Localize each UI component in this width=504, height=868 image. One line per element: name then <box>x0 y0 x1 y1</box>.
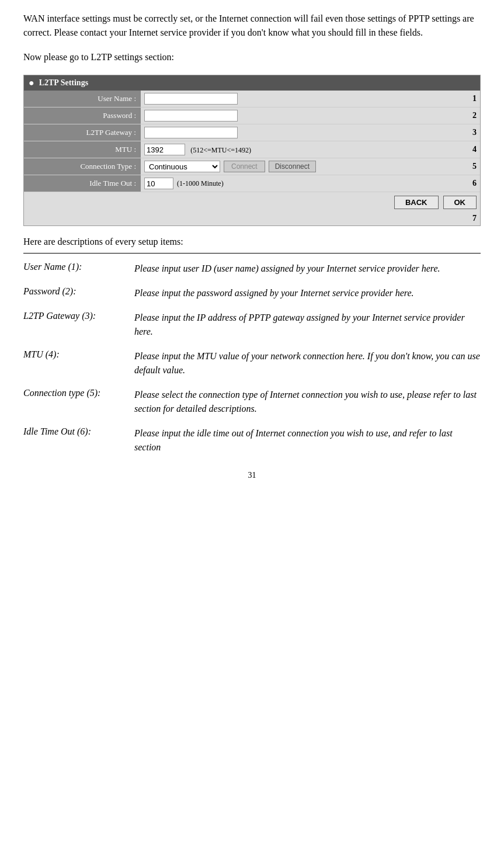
desc-row-5: Connection type (5):Please select the co… <box>23 388 481 426</box>
table-row-gateway: L2TP Gateway : 3 <box>24 124 480 141</box>
desc-def-2: Please input the password assigned by yo… <box>134 286 481 311</box>
table-row-idle: Idle Time Out : (1-1000 Minute) 6 <box>24 175 480 192</box>
label-username: User Name : <box>24 91 141 107</box>
back-button[interactable]: BACK <box>394 196 439 209</box>
desc-row-1: User Name (1):Please input user ID (user… <box>23 262 481 286</box>
value-idle: (1-1000 Minute) <box>141 175 463 192</box>
label-idle: Idle Time Out : <box>24 175 141 192</box>
input-password[interactable] <box>144 110 238 121</box>
settings-box: ● L2TP Settings User Name : 1 Password :… <box>23 75 481 226</box>
desc-term-4: MTU (4): <box>23 349 134 388</box>
desc-term-3: L2TP Gateway (3): <box>23 311 134 349</box>
intro-paragraph: WAN interface settings must be correctly… <box>23 12 481 40</box>
desc-term-2: Password (2): <box>23 286 134 311</box>
num-1: 1 <box>463 91 480 107</box>
desc-def-3: Please input the IP address of PPTP gate… <box>134 311 481 349</box>
desc-row-4: MTU (4):Please input the MTU value of yo… <box>23 349 481 388</box>
connection-type-select[interactable]: Continuous Connect on Demand Manual <box>144 161 220 172</box>
num-5: 5 <box>463 158 480 175</box>
table-row-connection-type: Connection Type : Continuous Connect on … <box>24 158 480 175</box>
desc-row-2: Password (2):Please input the password a… <box>23 286 481 311</box>
section-label: Now please go to L2TP settings section: <box>23 50 481 64</box>
desc-def-1: Please input user ID (user name) assigne… <box>134 262 481 286</box>
table-row-password: Password : 2 <box>24 107 480 124</box>
desc-def-5: Please select the connection type of Int… <box>134 388 481 426</box>
desc-row-3: L2TP Gateway (3):Please input the IP add… <box>23 311 481 349</box>
page-number: 31 <box>23 471 481 480</box>
bullet-icon: ● <box>29 78 34 88</box>
divider <box>23 253 481 254</box>
value-gateway <box>141 124 463 141</box>
label-connection-type: Connection Type : <box>24 158 141 175</box>
desc-term-1: User Name (1): <box>23 262 134 286</box>
desc-term-5: Connection type (5): <box>23 388 134 426</box>
disconnect-button[interactable]: Disconnect <box>269 161 316 172</box>
input-username[interactable] <box>144 93 238 105</box>
descriptions-table: User Name (1):Please input user ID (user… <box>23 262 481 465</box>
label-mtu: MTU : <box>24 141 141 158</box>
value-connection-type: Continuous Connect on Demand Manual Conn… <box>141 158 463 175</box>
settings-table: User Name : 1 Password : 2 L2TP Gateway … <box>24 91 480 192</box>
input-gateway[interactable] <box>144 127 238 138</box>
desc-def-6: Please input the idle time out of Intern… <box>134 426 481 465</box>
desc-term-6: Idle Time Out (6): <box>23 426 134 465</box>
label-password: Password : <box>24 107 141 124</box>
table-row-username: User Name : 1 <box>24 91 480 107</box>
settings-title: L2TP Settings <box>39 78 88 88</box>
desc-row-6: Idle Time Out (6):Please input the idle … <box>23 426 481 465</box>
num-3: 3 <box>463 124 480 141</box>
desc-def-4: Please input the MTU value of your netwo… <box>134 349 481 388</box>
num-4: 4 <box>463 141 480 158</box>
bottom-buttons: BACK OK <box>24 192 480 213</box>
idle-hint: (1-1000 Minute) <box>177 179 224 188</box>
num-2: 2 <box>463 107 480 124</box>
input-idle[interactable] <box>144 178 173 189</box>
value-password <box>141 107 463 124</box>
table-row-mtu: MTU : (512<=MTU<=1492) 4 <box>24 141 480 158</box>
value-mtu: (512<=MTU<=1492) <box>141 141 463 158</box>
connect-button[interactable]: Connect <box>224 161 265 172</box>
descriptions-heading: Here are descriptions of every setup ite… <box>23 237 481 247</box>
num-7: 7 <box>24 213 480 225</box>
input-mtu[interactable] <box>144 144 185 155</box>
value-username <box>141 91 463 107</box>
mtu-hint: (512<=MTU<=1492) <box>190 146 251 154</box>
ok-button[interactable]: OK <box>443 196 477 209</box>
num-6: 6 <box>463 175 480 192</box>
connection-type-controls: Continuous Connect on Demand Manual Conn… <box>144 161 459 172</box>
label-gateway: L2TP Gateway : <box>24 124 141 141</box>
idle-controls: (1-1000 Minute) <box>144 178 459 189</box>
settings-header: ● L2TP Settings <box>24 75 480 91</box>
